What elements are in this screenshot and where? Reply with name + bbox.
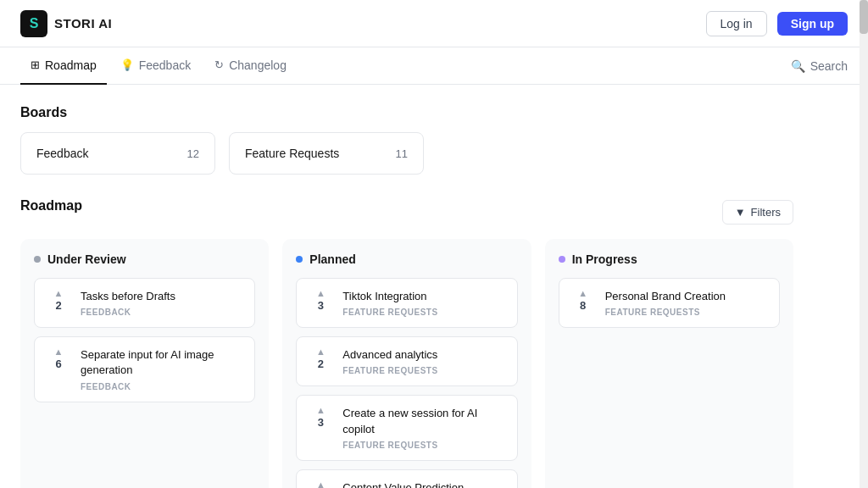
changelog-icon: ↻ [214,58,224,71]
nav-item-roadmap[interactable]: ⊞ Roadmap [20,47,107,85]
main-content: Boards Feedback 12 Feature Requests 11 R… [0,85,814,488]
dot-progress [559,256,565,263]
card-tiktok[interactable]: ▲ 3 Tiktok Integration FEATURE REQUESTS [296,278,517,328]
card-content: Separate input for AI image generation F… [81,347,242,391]
page-wrapper: S STORI AI Log in Sign up ⊞ Roadmap 💡 Fe… [0,0,868,488]
upvote-arrow: ▲ [316,347,326,357]
card-advanced-analytics[interactable]: ▲ 2 Advanced analytics FEATURE REQUESTS [296,336,517,386]
card-personal-brand[interactable]: ▲ 8 Personal Brand Creation FEATURE REQU… [559,278,780,328]
col-header-planned: Planned [296,252,517,266]
col-header-progress: In Progress [559,252,780,266]
vote-box: ▲ 2 [309,347,332,371]
nav: ⊞ Roadmap 💡 Feedback ↻ Changelog 🔍 Searc… [0,47,868,85]
column-under-review: Under Review ▲ 2 Tasks before Drafts FEE… [20,239,269,488]
vote-box: ▲ 6 [47,347,70,371]
header: S STORI AI Log in Sign up [0,0,868,47]
card-content: Create a new session for AI copilot FEAT… [342,406,504,449]
brand-name: STORI AI [54,16,112,30]
card-content: Content Value Prediction FEATURE REQUEST… [342,480,504,488]
feedback-icon: 💡 [120,58,134,71]
card-content: Tiktok Integration FEATURE REQUESTS [342,289,504,317]
board-card-feedback[interactable]: Feedback 12 [20,132,215,175]
vote-box: ▲ 3 [309,289,332,313]
dot-planned [296,256,303,263]
upvote-arrow: ▲ [54,289,64,298]
filter-icon: ▼ [735,206,746,219]
signup-button[interactable]: Sign up [777,12,848,36]
nav-item-changelog[interactable]: ↻ Changelog [204,47,297,85]
card-content-value[interactable]: ▲ 7 Content Value Prediction FEATURE REQ… [296,469,517,488]
card-tasks-before-drafts[interactable]: ▲ 2 Tasks before Drafts FEEDBACK [34,278,255,328]
search-icon: 🔍 [791,59,805,73]
scrollbar-thumb[interactable] [860,0,868,34]
upvote-arrow: ▲ [316,406,326,415]
card-content: Advanced analytics FEATURE REQUESTS [342,347,504,375]
login-button[interactable]: Log in [706,11,767,36]
logo-icon: S [20,10,47,37]
roadmap-header: Roadmap ▼ Filters [20,198,793,225]
nav-left: ⊞ Roadmap 💡 Feedback ↻ Changelog [20,47,297,85]
roadmap-icon: ⊞ [31,58,40,71]
boards-row: Feedback 12 Feature Requests 11 [20,132,793,175]
column-planned: Planned ▲ 3 Tiktok Integration FEATURE R… [282,239,531,488]
card-content: Personal Brand Creation FEATURE REQUESTS [605,289,767,317]
scrollbar-track[interactable] [860,0,868,488]
board-card-feature-requests[interactable]: Feature Requests 11 [229,132,424,175]
header-right: Log in Sign up [706,11,848,36]
vote-box: ▲ 7 [309,480,332,488]
upvote-arrow: ▲ [578,289,587,298]
vote-box: ▲ 2 [47,289,70,313]
vote-box: ▲ 8 [571,289,595,313]
roadmap-title: Roadmap [20,198,82,214]
dot-review [34,256,41,263]
upvote-arrow: ▲ [54,347,64,357]
col-header-review: Under Review [34,252,255,266]
column-in-progress: In Progress ▲ 8 Personal Brand Creation … [545,239,793,488]
search-button[interactable]: 🔍 Search [791,59,848,73]
vote-box: ▲ 3 [309,406,332,430]
card-ai-image-generation[interactable]: ▲ 6 Separate input for AI image generati… [34,336,255,402]
filters-button[interactable]: ▼ Filters [722,200,793,225]
upvote-arrow: ▲ [316,289,326,298]
boards-title: Boards [20,105,793,120]
upvote-arrow: ▲ [316,480,326,488]
kanban-board: Under Review ▲ 2 Tasks before Drafts FEE… [20,239,793,488]
nav-item-feedback[interactable]: 💡 Feedback [110,47,201,85]
card-ai-copilot[interactable]: ▲ 3 Create a new session for AI copilot … [296,395,517,460]
card-content: Tasks before Drafts FEEDBACK [81,289,242,317]
header-left: S STORI AI [20,10,112,37]
